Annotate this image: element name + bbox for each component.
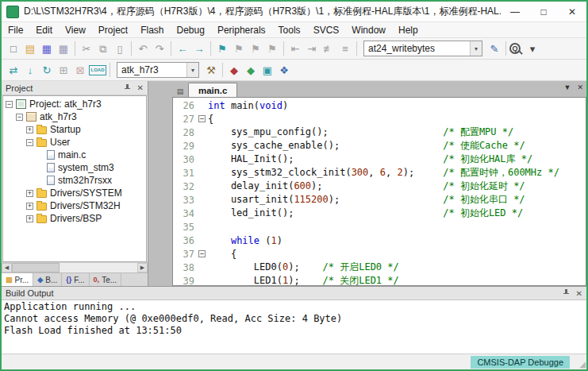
resize-grip[interactable]: ◢ (573, 356, 586, 369)
menu-flash[interactable]: Flash (134, 22, 170, 37)
pin-icon[interactable] (124, 84, 131, 92)
tree-item[interactable]: system_stm3 (3, 161, 146, 174)
paste-icon[interactable]: ▯ (112, 41, 128, 56)
window-icon[interactable]: ❖ (276, 62, 292, 78)
download-icon[interactable]: LOAD (89, 65, 106, 75)
menu-view[interactable]: View (59, 22, 92, 37)
code-line[interactable]: 34 led_init(); /* 初始化LED */ (173, 207, 586, 220)
manage-rte-icon[interactable]: ◆ (226, 62, 242, 78)
navigate-back-icon[interactable]: ← (175, 41, 190, 56)
code-line[interactable]: 35 (173, 220, 586, 234)
cut-icon[interactable]: ✂ (79, 41, 94, 56)
menu-tools[interactable]: Tools (272, 22, 307, 37)
tab-list-dropdown-icon[interactable]: ▼ (564, 83, 571, 91)
expand-icon[interactable]: + (26, 126, 33, 133)
pin-icon[interactable] (563, 289, 570, 297)
redo-icon[interactable]: ↷ (152, 41, 167, 56)
indent-icon[interactable]: ⇥ (304, 41, 320, 56)
close-icon[interactable]: ✕ (137, 83, 144, 92)
menu-file[interactable]: File (2, 22, 29, 37)
code-line[interactable]: 26int main(void) (173, 99, 586, 112)
tree-item[interactable]: stm32h7rsxx (3, 174, 146, 187)
chevron-down-icon[interactable]: ▾ (470, 41, 482, 56)
save-icon[interactable]: ▦ (39, 41, 55, 56)
menu-svcs[interactable]: SVCS (307, 22, 346, 37)
uncomment-icon[interactable]: ≡ (337, 41, 353, 56)
scrollbar-track[interactable] (12, 263, 137, 272)
collapse-icon[interactable]: − (16, 114, 23, 121)
close-button[interactable]: ✕ (558, 2, 586, 21)
code-line[interactable]: 31 sys_stm32_clock_init(300, 6, 2); /* 配… (173, 166, 586, 180)
menu-peripherals[interactable]: Peripherals (211, 22, 272, 37)
file-list-icon[interactable]: ▤ (174, 85, 186, 97)
bookmark-prev-icon[interactable]: ⚑ (231, 41, 247, 56)
search-icon[interactable]: Q (509, 43, 521, 54)
code-line[interactable]: 39 LED1(1); /* 关闭LED1 */ (173, 274, 586, 286)
menu-project[interactable]: Project (92, 22, 134, 37)
scroll-left-icon[interactable]: ◀ (2, 263, 12, 272)
maximize-button[interactable]: □ (529, 2, 558, 21)
tree-item[interactable]: +Drivers/BSP (3, 212, 146, 225)
code-editor[interactable]: 26int main(void)27−{28 sys_mpu_config();… (172, 97, 586, 286)
copy-icon[interactable]: ⧉ (95, 41, 111, 56)
expand-icon[interactable]: + (26, 203, 33, 210)
select-packs-icon[interactable]: ◆ (243, 62, 259, 78)
fold-collapse-icon[interactable]: − (198, 250, 206, 257)
save-all-icon[interactable]: ▦ (56, 41, 71, 56)
bookmark-next-icon[interactable]: ⚑ (248, 41, 263, 56)
editor-close-icon[interactable]: ✕ (577, 83, 583, 91)
menu-help[interactable]: Help (392, 22, 425, 37)
find-in-files-icon[interactable]: ✎ (486, 41, 502, 56)
minimize-button[interactable]: — (501, 2, 529, 21)
code-line[interactable]: 28 sys_mpu_config(); /* 配置MPU */ (173, 126, 586, 139)
menu-edit[interactable]: Edit (29, 22, 59, 37)
translate-icon[interactable]: ⇄ (6, 62, 21, 78)
target-select-combo[interactable]: atk_h7r3 ▾ (117, 62, 199, 78)
open-file-icon[interactable]: ▤ (22, 41, 38, 56)
navigate-forward-icon[interactable]: → (191, 41, 207, 56)
collapse-icon[interactable]: − (6, 101, 13, 108)
code-line[interactable]: 27−{ (173, 112, 586, 126)
menu-window[interactable]: Window (345, 22, 392, 37)
code-line[interactable]: 37− { (173, 247, 586, 261)
editor-tab-main-c[interactable]: main.c (188, 83, 237, 97)
tab-templates[interactable]: 0,Te... (90, 273, 121, 286)
expand-icon[interactable]: + (26, 190, 33, 197)
fold-collapse-icon[interactable]: − (198, 115, 206, 122)
build-output-content[interactable]: Application running ...Cannot access Mem… (2, 300, 586, 354)
code-line[interactable]: 32 delay_init(600); /* 初始化延时 */ (173, 180, 586, 193)
pack-installer-icon[interactable]: ▣ (259, 62, 275, 78)
quick-search-combo[interactable]: at24_writebytes ▾ (363, 41, 482, 56)
build-icon[interactable]: ↓ (22, 62, 38, 78)
tab-books[interactable]: ◆B... (33, 273, 62, 286)
undo-icon[interactable]: ↶ (135, 41, 151, 56)
batch-build-icon[interactable]: ⊞ (56, 62, 71, 78)
tab-project[interactable]: ▤Pr... (2, 273, 33, 286)
tree-item[interactable]: −atk_h7r3 (3, 110, 146, 123)
new-file-icon[interactable]: □ (6, 41, 21, 56)
rebuild-icon[interactable]: ↻ (39, 62, 55, 78)
code-line[interactable]: 29 sys_cache_enable(); /* 使能Cache */ (173, 139, 586, 153)
stop-build-icon[interactable]: ⊠ (72, 62, 88, 78)
bookmark-toggle-icon[interactable]: ⚑ (214, 41, 230, 56)
code-line[interactable]: 36 while (1) (173, 234, 586, 247)
unindent-icon[interactable]: ⇤ (287, 41, 303, 56)
bookmark-clear-icon[interactable]: ⚑ (264, 41, 280, 56)
tree-item[interactable]: +Drivers/SYSTEM (3, 187, 146, 199)
scrollbar-thumb[interactable] (12, 263, 60, 272)
tree-item[interactable]: −Project: atk_h7r3 (3, 98, 146, 110)
expand-icon[interactable]: + (26, 215, 33, 222)
comment-icon[interactable]: ≢ (321, 41, 336, 56)
tree-item[interactable]: +Drivers/STM32H (3, 199, 146, 212)
chevron-down-icon[interactable]: ▾ (186, 63, 198, 77)
close-icon[interactable]: ✕ (576, 289, 582, 298)
project-tree-hscrollbar[interactable]: ◀ ▶ (2, 262, 148, 272)
tab-functions[interactable]: {}F... (62, 273, 89, 286)
code-line[interactable]: 33 usart_init(115200); /* 初始化串口 */ (173, 193, 586, 207)
tree-item[interactable]: +Startup (3, 123, 146, 136)
search-dropdown-icon[interactable]: ▾ (525, 41, 540, 56)
collapse-icon[interactable]: − (26, 139, 33, 146)
options-for-target-icon[interactable]: ⚒ (203, 62, 219, 78)
tree-item[interactable]: −User (3, 136, 146, 149)
scroll-right-icon[interactable]: ▶ (137, 263, 148, 272)
